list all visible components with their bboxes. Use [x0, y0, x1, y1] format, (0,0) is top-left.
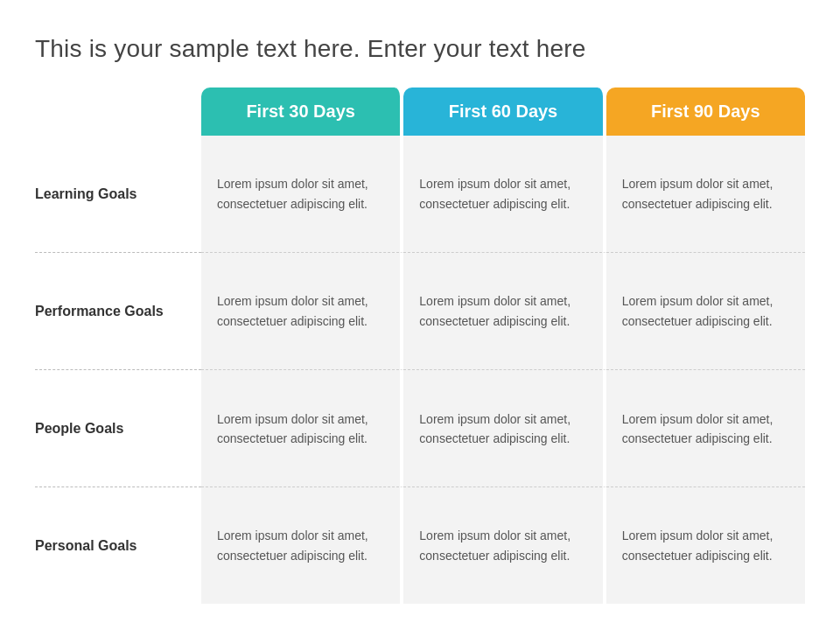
- cell-learning-30[interactable]: Lorem ipsum dolor sit amet, consectetuer…: [201, 136, 403, 253]
- row-label-personal: Personal Goals: [35, 487, 201, 604]
- cell-people-90[interactable]: Lorem ipsum dolor sit amet, consectetuer…: [606, 370, 805, 487]
- header-empty: [35, 88, 201, 136]
- table-row: Performance Goals Lorem ipsum dolor sit …: [35, 253, 805, 370]
- row-label-people: People Goals: [35, 370, 201, 487]
- page-title: This is your sample text here. Enter you…: [35, 35, 805, 63]
- row-label-learning: Learning Goals: [35, 136, 201, 253]
- cell-learning-60[interactable]: Lorem ipsum dolor sit amet, consectetuer…: [403, 136, 606, 253]
- table-row: Learning Goals Lorem ipsum dolor sit ame…: [35, 136, 805, 253]
- table-row: People Goals Lorem ipsum dolor sit amet,…: [35, 370, 805, 487]
- cell-personal-60[interactable]: Lorem ipsum dolor sit amet, consectetuer…: [403, 487, 606, 604]
- goals-table: First 30 Days First 60 Days First 90 Day…: [35, 88, 805, 604]
- cell-people-60[interactable]: Lorem ipsum dolor sit amet, consectetuer…: [403, 370, 606, 487]
- cell-personal-30[interactable]: Lorem ipsum dolor sit amet, consectetuer…: [201, 487, 403, 604]
- cell-learning-90[interactable]: Lorem ipsum dolor sit amet, consectetuer…: [606, 136, 805, 253]
- header-col2: First 60 Days: [403, 88, 606, 136]
- table-header-row: First 30 Days First 60 Days First 90 Day…: [35, 88, 805, 136]
- page: This is your sample text here. Enter you…: [0, 0, 840, 630]
- cell-performance-60[interactable]: Lorem ipsum dolor sit amet, consectetuer…: [403, 253, 606, 370]
- table-row: Personal Goals Lorem ipsum dolor sit ame…: [35, 487, 805, 604]
- cell-people-30[interactable]: Lorem ipsum dolor sit amet, consectetuer…: [201, 370, 403, 487]
- cell-performance-30[interactable]: Lorem ipsum dolor sit amet, consectetuer…: [201, 253, 403, 370]
- header-col1: First 30 Days: [201, 88, 403, 136]
- header-col3: First 90 Days: [606, 88, 805, 136]
- cell-personal-90[interactable]: Lorem ipsum dolor sit amet, consectetuer…: [606, 487, 805, 604]
- row-label-performance: Performance Goals: [35, 253, 201, 370]
- cell-performance-90[interactable]: Lorem ipsum dolor sit amet, consectetuer…: [606, 253, 805, 370]
